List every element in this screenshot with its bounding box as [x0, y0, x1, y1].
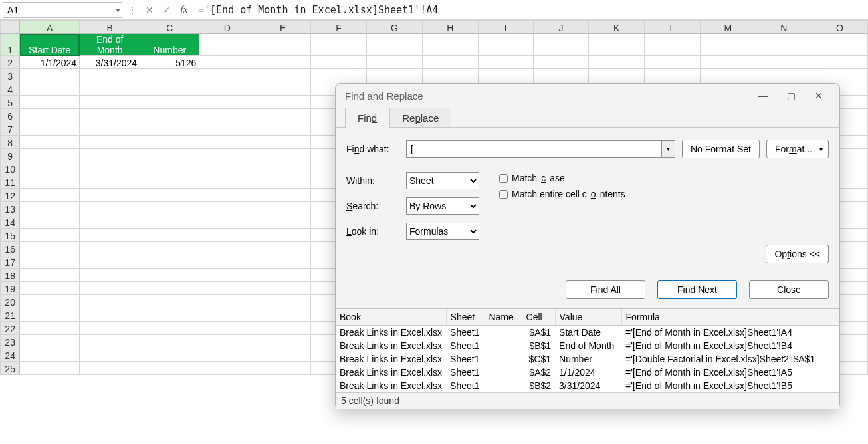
find-next-button[interactable]: Find Next: [657, 280, 737, 299]
cell-C23[interactable]: [140, 335, 199, 348]
cell-D25[interactable]: [199, 362, 255, 375]
cell-C21[interactable]: [140, 308, 199, 322]
name-box-input[interactable]: [3, 2, 122, 18]
format-button[interactable]: Format...: [766, 140, 829, 158]
cell-A4[interactable]: [20, 82, 80, 96]
col-head-D[interactable]: D: [199, 21, 255, 34]
cell-B12[interactable]: [80, 189, 140, 202]
row-head-3[interactable]: 3: [1, 69, 20, 82]
cell-E16[interactable]: [255, 242, 311, 255]
cell-B6[interactable]: [80, 109, 140, 122]
cell-J2[interactable]: [533, 56, 589, 69]
cell-E20[interactable]: [255, 295, 311, 308]
cell-A13[interactable]: [20, 202, 80, 215]
col-head-M[interactable]: M: [700, 21, 756, 34]
cell-J3[interactable]: [533, 69, 589, 82]
col-name[interactable]: Name: [485, 309, 522, 326]
cell-B24[interactable]: [80, 348, 140, 362]
cell-B21[interactable]: [80, 308, 140, 322]
col-head-K[interactable]: K: [589, 21, 645, 34]
find-all-button[interactable]: Find All: [566, 280, 645, 299]
cell-D17[interactable]: [199, 255, 255, 269]
cell-C5[interactable]: [140, 96, 199, 109]
cell-C17[interactable]: [140, 255, 199, 269]
cancel-icon[interactable]: ✕: [142, 5, 157, 15]
col-head-F[interactable]: F: [311, 21, 367, 34]
cell-B10[interactable]: [80, 162, 140, 175]
cell-B4[interactable]: [80, 82, 140, 96]
cell-A14[interactable]: [20, 215, 80, 229]
cell-A25[interactable]: [20, 362, 80, 375]
cell-E23[interactable]: [255, 335, 311, 348]
cell-A8[interactable]: [20, 136, 80, 149]
cell-E19[interactable]: [255, 282, 311, 295]
cell-B1[interactable]: End of Month: [80, 34, 140, 56]
cell-E13[interactable]: [255, 202, 311, 215]
cell-I1[interactable]: [478, 34, 533, 56]
row-head-17[interactable]: 17: [1, 255, 20, 269]
cell-N2[interactable]: [756, 56, 812, 69]
cell-E24[interactable]: [255, 348, 311, 362]
col-book[interactable]: Book: [336, 309, 446, 326]
cell-L3[interactable]: [645, 69, 701, 82]
cell-A11[interactable]: [20, 175, 80, 189]
row-head-9[interactable]: 9: [1, 149, 20, 162]
match-entire-checkbox[interactable]: [499, 190, 508, 199]
accept-icon[interactable]: ✓: [160, 5, 174, 15]
cell-E22[interactable]: [255, 322, 311, 335]
row-head-8[interactable]: 8: [1, 136, 20, 149]
cell-C16[interactable]: [140, 242, 199, 255]
cell-C14[interactable]: [140, 215, 199, 229]
cell-D12[interactable]: [199, 189, 255, 202]
cell-C24[interactable]: [140, 348, 199, 362]
cell-E8[interactable]: [255, 136, 311, 149]
cell-C13[interactable]: [140, 202, 199, 215]
cell-K3[interactable]: [589, 69, 645, 82]
cell-G3[interactable]: [366, 69, 422, 82]
cell-G1[interactable]: [366, 34, 422, 56]
cell-C15[interactable]: [140, 229, 199, 242]
cell-C18[interactable]: [140, 269, 199, 282]
no-format-button[interactable]: No Format Set: [682, 140, 760, 158]
result-row[interactable]: Break Links in Excel.xlsx Sheet1 $A$2 1/…: [336, 366, 839, 379]
col-head-H[interactable]: H: [422, 21, 478, 34]
result-row[interactable]: Break Links in Excel.xlsx Sheet1 $A$1 St…: [336, 326, 839, 340]
cell-N3[interactable]: [756, 69, 812, 82]
cell-B18[interactable]: [80, 269, 140, 282]
cell-C6[interactable]: [140, 109, 199, 122]
cell-D11[interactable]: [199, 175, 255, 189]
find-what-dropdown[interactable]: ▾: [662, 140, 675, 158]
cell-B7[interactable]: [80, 122, 140, 136]
cell-A22[interactable]: [20, 322, 80, 335]
result-row[interactable]: Break Links in Excel.xlsx Sheet1 $C$1 Nu…: [336, 352, 839, 366]
cell-N1[interactable]: [756, 34, 812, 56]
cell-A19[interactable]: [20, 282, 80, 295]
lookin-select[interactable]: Formulas: [406, 223, 479, 240]
cell-B25[interactable]: [80, 362, 140, 375]
cell-C12[interactable]: [140, 189, 199, 202]
row-head-11[interactable]: 11: [1, 175, 20, 189]
cell-A5[interactable]: [20, 96, 80, 109]
cell-B20[interactable]: [80, 295, 140, 308]
cell-J1[interactable]: [533, 34, 589, 56]
cell-D18[interactable]: [199, 269, 255, 282]
cell-I2[interactable]: [478, 56, 533, 69]
cell-B11[interactable]: [80, 175, 140, 189]
cell-A15[interactable]: [20, 229, 80, 242]
cell-K2[interactable]: [589, 56, 645, 69]
cell-D15[interactable]: [199, 229, 255, 242]
cell-A21[interactable]: [20, 308, 80, 322]
col-formula[interactable]: Formula: [621, 309, 839, 326]
minimize-icon[interactable]: —: [749, 90, 777, 101]
cell-E9[interactable]: [255, 149, 311, 162]
row-head-19[interactable]: 19: [1, 282, 20, 295]
dialog-titlebar[interactable]: Find and Replace — ▢ ✕: [336, 84, 839, 108]
cell-F2[interactable]: [311, 56, 367, 69]
result-row[interactable]: Break Links in Excel.xlsx Sheet1 $B$2 3/…: [336, 379, 839, 392]
cell-M3[interactable]: [700, 69, 756, 82]
col-head-J[interactable]: J: [533, 21, 589, 34]
select-all-corner[interactable]: [1, 21, 20, 34]
cell-B22[interactable]: [80, 322, 140, 335]
cell-A20[interactable]: [20, 295, 80, 308]
cell-C1[interactable]: Number: [140, 34, 199, 56]
